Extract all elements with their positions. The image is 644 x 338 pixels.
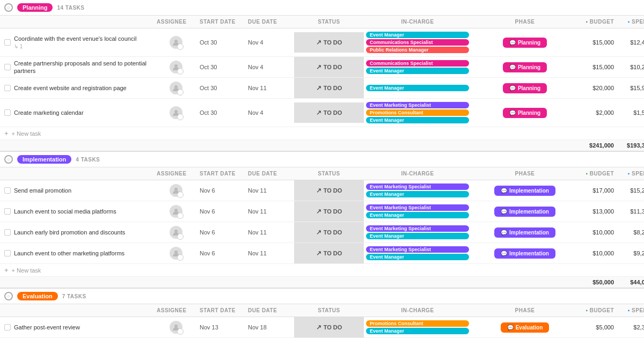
table-row: Launch event to other marketing platform… bbox=[0, 243, 644, 264]
task-checkbox[interactable] bbox=[4, 229, 11, 236]
section-toggle[interactable]: ○ bbox=[4, 155, 13, 164]
section-toggle[interactable]: ○ bbox=[4, 3, 13, 12]
task-name-cell: Coordinate with the event venue's local … bbox=[4, 35, 155, 50]
status-cell: ↗ TO DO bbox=[294, 222, 364, 243]
role-badge: Event Marketing Specialist bbox=[366, 225, 469, 232]
spend-value: $1,502 bbox=[616, 109, 644, 116]
due-date: Nov 11 bbox=[246, 250, 294, 256]
status-arrow-icon: ↗ bbox=[316, 39, 321, 46]
task-name-cell: Launch early bird promotion and discount… bbox=[4, 229, 155, 236]
in-charge-cell: Promotions ConsultantEvent Manager bbox=[364, 319, 471, 335]
task-checkbox[interactable] bbox=[4, 64, 11, 70]
section-task-count: 7 TASKS bbox=[62, 293, 86, 299]
task-checkbox[interactable] bbox=[4, 85, 11, 91]
avatar bbox=[170, 321, 182, 334]
task-checkbox[interactable] bbox=[4, 187, 11, 194]
status-cell: ↗ TO DO bbox=[294, 32, 364, 53]
status-cell: ↗ TO DO bbox=[294, 78, 364, 98]
task-checkbox[interactable] bbox=[4, 250, 11, 256]
phase-badge: 💬 Planning bbox=[503, 83, 547, 93]
col-phase: PHASE bbox=[471, 306, 579, 314]
task-checkbox[interactable] bbox=[4, 109, 11, 116]
assignee-cell bbox=[155, 184, 197, 197]
phase-badge: 💬 Planning bbox=[503, 108, 547, 118]
status-label: TO DO bbox=[324, 64, 342, 70]
spend-value: $8,234 bbox=[616, 229, 644, 236]
phase-badge: 💬 Implementation bbox=[494, 186, 555, 196]
task-name: Create partnership proposals and send to… bbox=[14, 60, 150, 75]
budget-value: $10,000 bbox=[579, 250, 616, 256]
status-label: TO DO bbox=[324, 109, 342, 116]
task-checkbox[interactable] bbox=[4, 208, 11, 215]
budget-value: $13,000 bbox=[579, 208, 616, 215]
role-badge: Event Manager bbox=[366, 85, 469, 91]
sections-container: ○ Planning 14 TASKS ASSIGNEE START DATE … bbox=[0, 0, 644, 338]
status-label: TO DO bbox=[324, 85, 342, 91]
avatar bbox=[170, 205, 182, 218]
role-badge: Event Manager bbox=[366, 191, 469, 197]
budget-value: $5,000 bbox=[579, 324, 616, 330]
new-task-label: + New task bbox=[12, 130, 41, 137]
section-implementation: ○ Implementation 4 TASKS ASSIGNEE START … bbox=[0, 152, 644, 289]
col-budget: ▪ BUDGET bbox=[579, 18, 616, 26]
task-name: Launch event to social media platforms bbox=[14, 208, 116, 215]
main-table: ○ Planning 14 TASKS ASSIGNEE START DATE … bbox=[0, 0, 644, 338]
assignee-cell bbox=[155, 226, 197, 239]
task-name: Create marketing calendar bbox=[14, 109, 84, 116]
due-date: Nov 11 bbox=[246, 208, 294, 215]
col-task bbox=[4, 170, 155, 178]
col-due: DUE DATE bbox=[246, 306, 294, 314]
phase-cell: 💬 Planning bbox=[471, 102, 579, 123]
role-badge: Communications Specialist bbox=[366, 39, 469, 46]
table-row: Send email promotion Nov 6 Nov 11 ↗ TO D… bbox=[0, 180, 644, 201]
avatar bbox=[170, 36, 182, 49]
assignee-cell bbox=[155, 106, 197, 119]
role-badge: Event Manager bbox=[366, 117, 469, 123]
role-badge: Communications Specialist bbox=[366, 60, 469, 67]
status-label: TO DO bbox=[324, 229, 342, 236]
phase-cell: 💬 Implementation bbox=[471, 180, 579, 201]
plus-icon: + bbox=[4, 266, 9, 274]
phase-cell: 💬 Implementation bbox=[471, 201, 579, 222]
due-date: Nov 4 bbox=[246, 39, 294, 46]
task-name: Create event website and registration pa… bbox=[14, 84, 127, 92]
status-badge: ↗ TO DO bbox=[316, 84, 342, 92]
plus-icon: + bbox=[4, 129, 9, 137]
avatar bbox=[170, 226, 182, 239]
phase-badge: 💬 Planning bbox=[503, 62, 547, 72]
col-status: STATUS bbox=[294, 306, 364, 314]
new-task-row[interactable]: + + New task bbox=[0, 264, 644, 277]
task-name: Launch event to other marketing platform… bbox=[14, 249, 125, 257]
assignee-cell bbox=[155, 321, 197, 334]
col-start: START DATE bbox=[197, 306, 246, 314]
section-toggle[interactable]: ○ bbox=[4, 292, 13, 300]
due-date: Nov 11 bbox=[246, 229, 294, 236]
role-badge: Promotions Consultant bbox=[366, 109, 469, 116]
role-badge: Event Manager bbox=[366, 328, 469, 334]
status-badge: ↗ TO DO bbox=[316, 324, 342, 331]
status-label: TO DO bbox=[324, 187, 342, 194]
task-checkbox[interactable] bbox=[4, 39, 11, 46]
phase-icon: 💬 bbox=[507, 325, 514, 330]
phase-cell: 💬 Planning bbox=[471, 78, 579, 98]
task-checkbox[interactable] bbox=[4, 324, 11, 330]
col-incharge: IN-CHARGE bbox=[364, 18, 471, 26]
status-arrow-icon: ↗ bbox=[316, 229, 321, 236]
spend-value: $15,924 bbox=[616, 85, 644, 91]
section-planning: ○ Planning 14 TASKS ASSIGNEE START DATE … bbox=[0, 0, 644, 152]
budget-value: $15,000 bbox=[579, 39, 616, 46]
status-badge: ↗ TO DO bbox=[316, 187, 342, 194]
status-arrow-icon: ↗ bbox=[316, 84, 321, 92]
col-incharge: IN-CHARGE bbox=[364, 170, 471, 178]
col-phase: PHASE bbox=[471, 170, 579, 178]
task-name-cell: Launch event to social media platforms bbox=[4, 208, 155, 215]
status-badge: ↗ TO DO bbox=[316, 109, 342, 116]
status-arrow-icon: ↗ bbox=[316, 208, 321, 215]
total-budget: $241,000 bbox=[579, 142, 616, 149]
phase-badge: 💬 Implementation bbox=[494, 248, 555, 259]
in-charge-cell: Event Marketing SpecialistEvent Manager bbox=[364, 224, 471, 240]
new-task-row[interactable]: + + New task bbox=[0, 127, 644, 140]
role-badge: Event Manager bbox=[366, 32, 469, 38]
phase-label: Planning bbox=[518, 110, 540, 116]
start-date: Nov 13 bbox=[197, 324, 246, 330]
